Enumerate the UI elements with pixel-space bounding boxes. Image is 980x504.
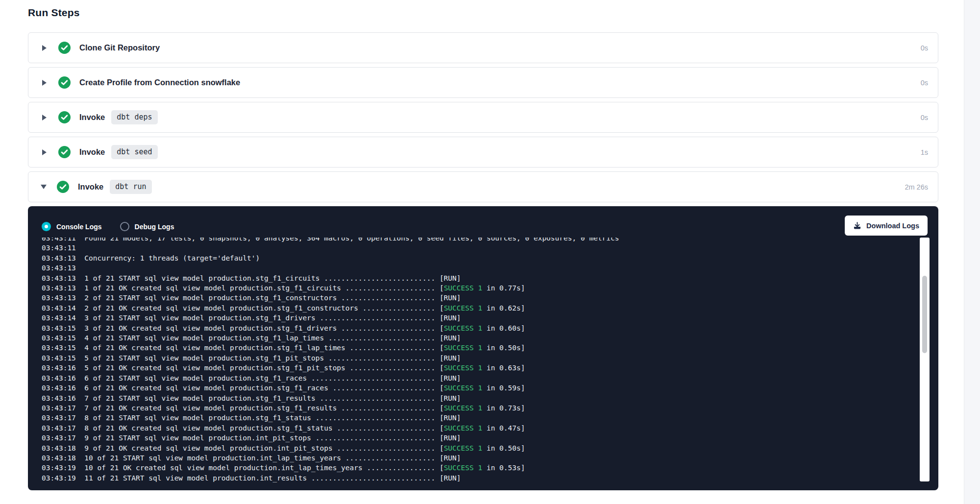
success-check-icon (58, 42, 71, 54)
log-panel: Console Logs Debug Logs Download Logs 03… (28, 206, 938, 490)
step-duration: 0s (921, 114, 928, 121)
chevron-icon[interactable] (42, 149, 47, 155)
radio-unselected-icon[interactable] (120, 222, 129, 231)
download-icon (853, 221, 861, 230)
log-line: 03:43:16 5 of 21 OK created sql view mod… (42, 363, 890, 373)
log-panel-header: Console Logs Debug Logs Download Logs (28, 206, 938, 231)
log-line: 03:43:16 6 of 21 START sql view model pr… (42, 373, 890, 383)
step-label: Invoke (79, 113, 105, 122)
step-command-badge: dbt run (110, 180, 151, 194)
log-line: 03:43:19 10 of 21 OK created sql view mo… (42, 463, 890, 473)
success-check-icon (58, 111, 71, 123)
step-command-badge: dbt seed (111, 145, 157, 159)
run-steps-list: Clone Git Repository 0s Create Profile f… (28, 32, 938, 202)
page-right-gutter (964, 0, 980, 504)
chevron-icon[interactable] (42, 80, 47, 86)
log-scrollbar-track[interactable] (920, 238, 930, 481)
log-line: 03:43:16 7 of 21 START sql view model pr… (42, 393, 890, 403)
log-scrollbar-thumb[interactable] (922, 276, 927, 353)
success-check-icon (58, 76, 71, 89)
chevron-icon[interactable] (42, 115, 47, 120)
step-label: Create Profile from Connection snowflake (79, 78, 240, 87)
run-step-row[interactable]: Invoke dbt seed 1s (28, 137, 938, 168)
debug-logs-radio[interactable]: Debug Logs (120, 222, 174, 231)
log-line: 03:43:13 1 of 21 START sql view model pr… (42, 273, 890, 283)
log-line: 03:43:13 (42, 263, 890, 273)
log-line: 03:43:18 10 of 21 START sql view model p… (42, 453, 890, 463)
step-duration: 2m 26s (905, 183, 928, 191)
run-steps-section: Run Steps Clone Git Repository 0s Create… (28, 0, 938, 490)
console-logs-label: Console Logs (56, 223, 102, 231)
log-line: 03:43:11 (42, 243, 890, 253)
step-duration: 0s (921, 44, 928, 52)
log-line: 03:43:14 3 of 21 START sql view model pr… (42, 313, 890, 323)
step-command-badge: dbt deps (111, 110, 157, 124)
log-line: 03:43:13 1 of 21 OK created sql view mod… (42, 283, 890, 293)
log-line: 03:43:17 7 of 21 OK created sql view mod… (42, 403, 890, 413)
log-line: 03:43:16 6 of 21 OK created sql view mod… (42, 383, 890, 393)
run-step-row[interactable]: Invoke dbt deps 0s (28, 102, 938, 133)
chevron-icon[interactable] (41, 185, 47, 189)
log-line: 03:43:14 2 of 21 OK created sql view mod… (42, 303, 890, 313)
log-line: 03:43:15 4 of 21 OK created sql view mod… (42, 343, 890, 353)
run-step-row[interactable]: Invoke dbt run 2m 26s (28, 171, 938, 202)
step-duration: 1s (921, 148, 928, 156)
step-label: Invoke (78, 182, 103, 192)
log-line: 03:43:18 9 of 21 OK created sql view mod… (42, 443, 890, 453)
log-line: 03:43:15 5 of 21 START sql view model pr… (42, 353, 890, 363)
run-step-row[interactable]: Create Profile from Connection snowflake… (28, 67, 938, 98)
log-line: 03:43:17 8 of 21 OK created sql view mod… (42, 423, 890, 433)
log-line: 03:43:11 Found 21 models, 17 tests, 0 sn… (42, 238, 890, 243)
download-logs-label: Download Logs (866, 222, 919, 230)
console-logs-radio[interactable]: Console Logs (42, 222, 102, 231)
log-line: 03:43:13 Concurrency: 1 threads (target=… (42, 253, 890, 263)
page-title: Run Steps (28, 7, 938, 19)
log-line: 03:43:13 2 of 21 START sql view model pr… (42, 293, 890, 303)
log-line: 03:43:17 8 of 21 START sql view model pr… (42, 413, 890, 423)
step-duration: 0s (921, 79, 928, 87)
console-log-output[interactable]: 03:43:11 Found 21 models, 17 tests, 0 sn… (28, 238, 890, 486)
step-label: Clone Git Repository (79, 43, 160, 52)
chevron-icon[interactable] (42, 45, 47, 51)
log-line: 03:43:15 4 of 21 START sql view model pr… (42, 333, 890, 343)
success-check-icon (58, 146, 71, 158)
download-logs-button[interactable]: Download Logs (845, 216, 928, 236)
step-label: Invoke (79, 147, 105, 157)
run-step-row[interactable]: Clone Git Repository 0s (28, 32, 938, 63)
log-line: 03:43:19 11 of 21 START sql view model p… (42, 473, 890, 483)
debug-logs-label: Debug Logs (135, 223, 174, 231)
radio-selected-icon[interactable] (42, 222, 51, 231)
log-line: 03:43:15 3 of 21 OK created sql view mod… (42, 323, 890, 333)
success-check-icon (57, 181, 69, 193)
log-line: 03:43:17 9 of 21 START sql view model pr… (42, 433, 890, 443)
